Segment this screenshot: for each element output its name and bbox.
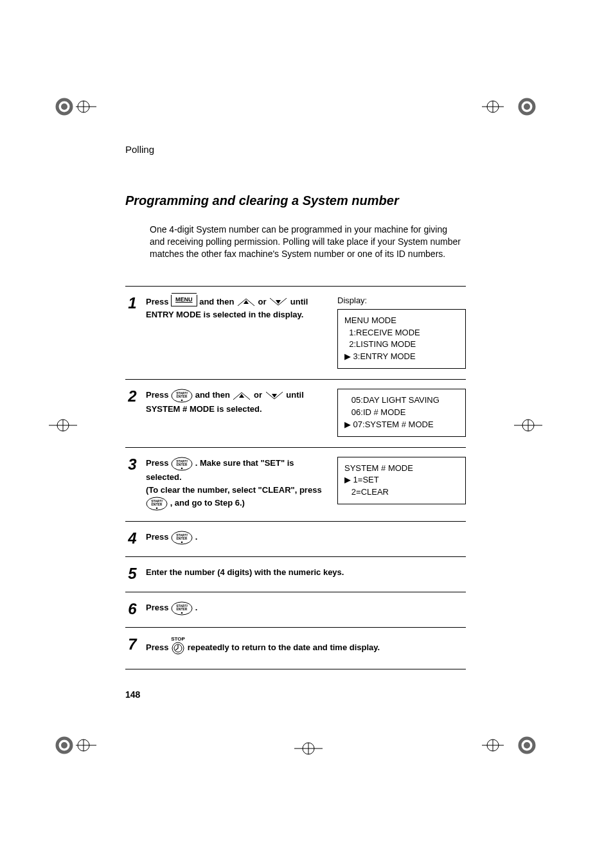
running-header: Polling [125, 144, 466, 155]
svg-text:ENTER: ENTER [177, 394, 188, 398]
step-row: 5 Enter the number (4 digits) with the n… [125, 557, 466, 592]
text: . [195, 603, 198, 612]
svg-point-44 [181, 542, 183, 544]
display-box: 05:DAY LIGHT SAVING 06:ID # MODE ▶ 07:SY… [337, 389, 466, 437]
text: , and go to Step 6.) [170, 498, 245, 508]
step-number: 4 [125, 531, 139, 546]
start-enter-key-icon: START/ENTER [171, 601, 193, 616]
step-row: 3 Press START/ENTER . Make sure that "SE… [125, 448, 466, 522]
up-arrow-key-icon [232, 391, 251, 400]
text: (To clear the number, select "CLEAR", pr… [146, 485, 322, 495]
step-text: Enter the number (4 digits) with the num… [146, 566, 466, 579]
menu-key-icon: MENU [171, 295, 197, 306]
step-number: 2 [125, 389, 139, 404]
text: Press [146, 297, 171, 306]
svg-point-9 [524, 103, 530, 110]
menu-key-label: MENU [175, 296, 193, 303]
registration-mark-icon [482, 726, 520, 765]
svg-text:ENTER: ENTER [177, 463, 188, 466]
start-enter-key-icon: START/ENTER [171, 389, 193, 403]
text: Press [146, 642, 171, 651]
registration-mark-icon [51, 87, 90, 126]
svg-text:ENTER: ENTER [177, 536, 188, 540]
step-number: 1 [125, 296, 139, 311]
step-number: 5 [125, 566, 139, 581]
step-row: 4 Press START/ENTER . [125, 522, 466, 557]
registration-mark-icon [289, 729, 328, 768]
text: Press [146, 458, 171, 468]
registration-mark-icon [482, 87, 520, 126]
step-number: 6 [125, 601, 139, 617]
text: Press [146, 603, 171, 612]
text: Press [146, 390, 171, 400]
step-text: Press MENU and then or until ENTRY MODE … [146, 296, 322, 321]
step-row: 7 Press STOP repeatedly to return to the… [125, 628, 466, 669]
step-row: 1 Press MENU and then or until ENTRY MOD… [125, 287, 466, 380]
start-enter-key-icon: START/ENTER [171, 457, 193, 471]
step-display: Display: MENU MODE 1:RECEIVE MODE 2:LIST… [337, 296, 466, 369]
svg-point-17 [61, 742, 67, 748]
text: and then [199, 297, 236, 306]
registration-mark-icon [51, 726, 90, 765]
text: or [258, 297, 269, 306]
stop-key-icon: STOP [171, 637, 185, 659]
intro-paragraph: One 4-digit System number can be program… [150, 224, 462, 260]
section-title: Programming and clearing a System number [125, 193, 466, 208]
step-display: SYSTEM # MODE ▶ 1=SET 2=CLEAR [337, 457, 466, 505]
step-number: 7 [125, 637, 139, 652]
down-arrow-key-icon [269, 297, 288, 306]
svg-text:ENTER: ENTER [177, 607, 188, 611]
svg-point-40 [156, 508, 158, 509]
text: repeatedly to return to the date and tim… [188, 642, 380, 651]
page-number: 148 [125, 689, 140, 700]
registration-mark-icon [508, 406, 546, 445]
text: . [195, 532, 198, 542]
step-text: Press START/ENTER . Make sure that "SET"… [146, 457, 322, 511]
step-text: Press STOP repeatedly to return to the d… [146, 637, 466, 659]
step-row: 6 Press START/ENTER . [125, 592, 466, 628]
stop-key-label: STOP [171, 637, 185, 642]
display-label: Display: [337, 296, 466, 305]
start-enter-key-icon: START/ENTER [171, 531, 193, 545]
text: or [254, 390, 265, 400]
step-text: Press START/ENTER . [146, 531, 466, 545]
svg-point-32 [181, 400, 183, 402]
down-arrow-key-icon [265, 391, 284, 400]
svg-point-25 [524, 742, 530, 748]
up-arrow-key-icon [236, 297, 256, 306]
step-text: Press START/ENTER . [146, 601, 466, 616]
start-enter-key-icon: START/ENTER [146, 497, 168, 511]
steps-list: 1 Press MENU and then or until ENTRY MOD… [125, 286, 466, 669]
svg-point-36 [181, 467, 183, 469]
step-text: Press START/ENTER and then or until SYST… [146, 389, 322, 416]
step-row: 2 Press START/ENTER and then or until SY… [125, 380, 466, 448]
display-box: SYSTEM # MODE ▶ 1=SET 2=CLEAR [337, 457, 466, 505]
step-number: 3 [125, 457, 139, 472]
text: Press [146, 532, 171, 542]
svg-point-48 [181, 612, 183, 614]
registration-mark-icon [49, 406, 87, 445]
step-display: 05:DAY LIGHT SAVING 06:ID # MODE ▶ 07:SY… [337, 389, 466, 437]
svg-point-1 [61, 103, 67, 110]
display-box: MENU MODE 1:RECEIVE MODE 2:LISTING MODE … [337, 309, 466, 369]
text: and then [195, 390, 233, 400]
page-content: Polling Programming and clearing a Syste… [125, 144, 466, 669]
svg-text:ENTER: ENTER [152, 502, 163, 506]
